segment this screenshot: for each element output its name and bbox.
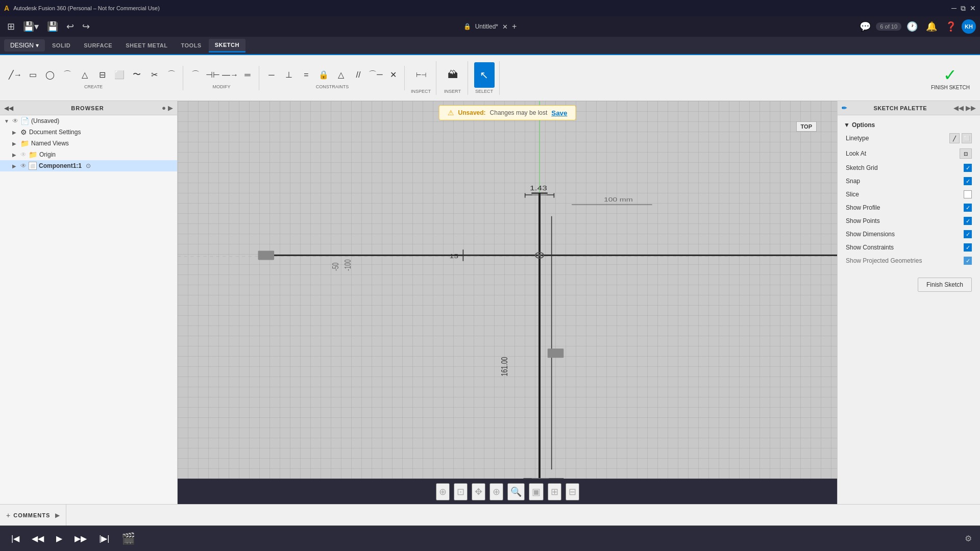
browser-collapse-button[interactable]: ◀◀	[4, 105, 13, 112]
slice-checkbox[interactable]	[964, 190, 972, 198]
browser-header: ◀◀ BROWSER ● ▶	[0, 101, 177, 115]
browser-item-doc-settings[interactable]: ▶ ⚙ Document Settings	[0, 127, 177, 138]
playback-play-button[interactable]: ▶	[53, 532, 65, 545]
tab-surface[interactable]: SURFACE	[78, 39, 118, 52]
comments-expand-button[interactable]: ▶	[55, 512, 60, 519]
break-tool[interactable]: ═	[239, 67, 256, 83]
sketch-grid-checkbox[interactable]: ✓	[964, 164, 972, 172]
tangent-constraint[interactable]: ⌒─	[368, 67, 384, 83]
capture-icon[interactable]: ⊡	[454, 483, 468, 500]
settings-icon: ⚙	[20, 128, 27, 136]
close-button[interactable]: ✕	[970, 4, 976, 13]
linetype-btn2[interactable]: ⬜	[962, 133, 972, 143]
fix-constraint[interactable]: 🔒	[315, 67, 332, 83]
save-button[interactable]: 💾	[44, 19, 61, 34]
settings-icon[interactable]: ⊟	[566, 483, 579, 500]
select-tool[interactable]: ↖	[474, 62, 495, 88]
dimension-tool[interactable]: ⊢⊣	[411, 62, 431, 88]
trim-tool[interactable]: ✂	[146, 67, 162, 83]
visibility-icon[interactable]: 👁	[12, 117, 18, 124]
horizontal-constraint[interactable]: ─	[263, 67, 280, 83]
linetype-btn1[interactable]: ╱	[949, 133, 960, 143]
show-dimensions-checkbox[interactable]: ✓	[964, 230, 972, 238]
clock-icon[interactable]: 🕐	[903, 19, 921, 34]
add-comment-button[interactable]: +	[6, 511, 10, 519]
save-link-button[interactable]: Save	[551, 109, 567, 117]
options-row-linetype: Linetype ╱ ⬜	[838, 131, 980, 146]
mirror-tool[interactable]: ⊣⊢	[205, 67, 221, 83]
palette-pin-button[interactable]: ◀◀	[953, 104, 964, 112]
tab-sheet-metal[interactable]: SHEET METAL	[119, 39, 174, 52]
visibility-icon[interactable]: 👁	[20, 151, 27, 158]
expand-icon: ▶	[12, 141, 18, 146]
browser-item-component1[interactable]: ▶ 👁 ⬜ Component1:1 ⊙	[0, 160, 177, 171]
extend-tool[interactable]: —→	[222, 67, 238, 83]
polygon-tool[interactable]: △	[77, 67, 93, 83]
options-header[interactable]: ▼ Options	[838, 119, 980, 131]
chat-icon[interactable]: 💬	[856, 19, 874, 34]
playback-forward-button[interactable]: ▶▶	[71, 532, 90, 545]
parallel-constraint[interactable]: //	[350, 67, 366, 83]
close-tab-button[interactable]: ✕	[502, 23, 508, 31]
circle-tool[interactable]: ◯	[42, 67, 58, 83]
view-cube-icon[interactable]: ▣	[529, 483, 544, 500]
look-at-button[interactable]: ⊡	[960, 148, 972, 159]
fillet-tool[interactable]: ⌒	[187, 67, 204, 83]
snap-checkbox[interactable]: ✓	[964, 177, 972, 185]
user-avatar[interactable]: KH	[962, 19, 976, 34]
design-dropdown-button[interactable]: DESIGN ▾	[4, 39, 45, 52]
equal-constraint[interactable]: =	[298, 67, 314, 83]
canvas-area[interactable]: ⚠ Unsaved: Changes may be lost Save TOP …	[178, 101, 837, 504]
finish-sketch-ribbon-button[interactable]: ✓ FINISH SKETCH	[925, 63, 976, 92]
playback-skip-start-button[interactable]: |◀	[8, 532, 22, 545]
rectangle-tool[interactable]: ▭	[24, 67, 41, 83]
inspect-label: INSPECT	[411, 88, 431, 94]
zoom-icon[interactable]: 🔍	[507, 483, 525, 500]
notification-icon[interactable]: 🔔	[923, 19, 940, 34]
show-points-checkbox[interactable]: ✓	[964, 217, 972, 225]
perpendicular-constraint[interactable]: ⊥	[281, 67, 297, 83]
browser-item-origin[interactable]: ▶ 👁 📁 Origin	[0, 149, 177, 160]
slot-tool[interactable]: ⊟	[94, 67, 110, 83]
tab-solid[interactable]: SOLID	[46, 39, 77, 52]
snap-icon[interactable]: ⊕	[436, 483, 450, 500]
point-tool[interactable]: ⬜	[111, 67, 128, 83]
finish-sketch-button[interactable]: Finish Sketch	[918, 278, 972, 292]
show-profile-checkbox[interactable]: ✓	[964, 204, 972, 212]
show-constraints-checkbox[interactable]: ✓	[964, 243, 972, 252]
timeline-icon-button[interactable]: 🎬	[118, 530, 138, 547]
browser-item-named-views[interactable]: ▶ 📁 Named Views	[0, 138, 177, 149]
spline-tool[interactable]: 〜	[129, 67, 145, 83]
browser-expand-button[interactable]: ▶	[168, 104, 173, 112]
playback-rewind-button[interactable]: ◀◀	[29, 532, 47, 545]
browser-pin-button[interactable]: ●	[162, 104, 166, 112]
angle-constraint[interactable]: △	[333, 67, 349, 83]
browser-item-unsaved[interactable]: ▼ 👁 📄 (Unsaved)	[0, 115, 177, 127]
folder-icon: 📁	[29, 151, 37, 159]
visibility-icon[interactable]: 👁	[20, 162, 27, 169]
sketch-grid-label: Sketch Grid	[846, 164, 964, 171]
playback-skip-end-button[interactable]: |▶|	[96, 532, 112, 545]
offset-tool[interactable]: ⌒	[163, 67, 180, 83]
palette-expand-button[interactable]: ▶▶	[966, 104, 976, 112]
help-icon[interactable]: ❓	[942, 19, 960, 34]
minimize-button[interactable]: ─	[951, 4, 957, 13]
file-menu-button[interactable]: 💾▾	[20, 19, 42, 34]
line-tool[interactable]: ╱→	[7, 67, 23, 83]
undo-button[interactable]: ↩	[63, 19, 77, 34]
apps-button[interactable]: ⊞	[4, 19, 18, 34]
collinear-constraint[interactable]: ✕	[385, 67, 401, 83]
new-tab-button[interactable]: +	[512, 22, 517, 31]
maximize-button[interactable]: ⧉	[961, 4, 966, 13]
orbit-icon[interactable]: ⊕	[489, 483, 503, 500]
app-title: Autodesk Fusion 360 (Personal – Not for …	[13, 5, 160, 11]
arc-tool[interactable]: ⌒	[59, 67, 76, 83]
grid-icon[interactable]: ⊞	[548, 483, 561, 500]
tab-sketch[interactable]: SKETCH	[209, 39, 246, 53]
move-icon[interactable]: ✥	[472, 483, 485, 500]
redo-button[interactable]: ↪	[79, 19, 93, 34]
insert-image-tool[interactable]: 🏔	[443, 62, 463, 88]
playback-settings-button[interactable]: ⚙	[965, 534, 972, 543]
show-projected-checkbox[interactable]: ✓	[964, 257, 972, 265]
tab-tools[interactable]: TOOLS	[175, 39, 208, 52]
